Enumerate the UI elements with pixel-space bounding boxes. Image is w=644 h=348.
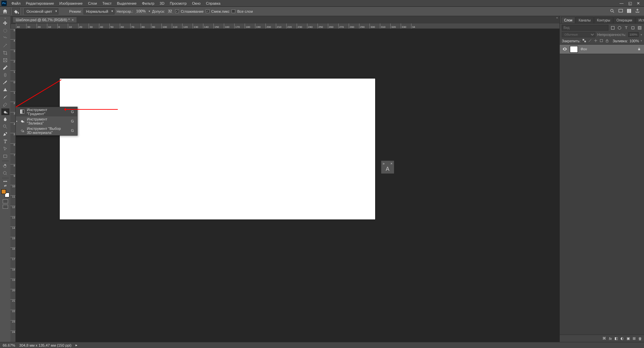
layer-blend-mode-dropdown[interactable]: Обычные [562,32,595,37]
fill-source-dropdown[interactable]: Основной цвет [24,8,58,14]
status-flyout-icon[interactable]: ▸ [76,343,78,347]
layer-row[interactable]: Фон [560,45,644,54]
new-layer-icon[interactable]: ⊞ [633,336,636,341]
brush-tool[interactable] [1,79,9,86]
layer-lock-icon[interactable] [637,47,641,51]
path-select-tool[interactable] [1,145,9,152]
menu-filter[interactable]: Фильтр [139,0,157,7]
lock-transparency-icon[interactable] [582,39,586,43]
close-tab-icon[interactable]: × [72,18,74,22]
active-tool-icon[interactable] [12,8,20,15]
new-group-icon[interactable]: ▣ [627,336,630,341]
document-tab[interactable]: Шаблон.psd @ 66,7% (RGB/8) * × [13,17,77,22]
adjustment-layer-icon[interactable]: ◐ [621,336,624,341]
share-icon[interactable] [635,8,640,14]
paint-bucket-tool[interactable] [1,108,9,115]
color-swatches[interactable] [1,189,9,197]
crop-tool[interactable] [1,49,9,56]
layer-visibility-icon[interactable] [562,47,567,52]
flyout-item-bucket[interactable]: • Инструмент "Заливка" G [16,116,77,126]
tab-history[interactable]: История [636,17,644,23]
frame-tool[interactable] [1,57,9,63]
horizontal-ruler[interactable]: 4030201001020304050607080901001101201301… [16,23,559,29]
menu-layer[interactable]: Слои [85,0,100,7]
menu-image[interactable]: Изображение [57,0,85,7]
type-tool[interactable] [1,138,9,145]
eraser-tool[interactable] [1,101,9,108]
blur-tool[interactable] [1,116,9,122]
vertical-ruler[interactable]: 5432101234567891011121314151617181920212… [10,29,16,342]
lock-artboard-icon[interactable] [599,39,603,43]
healing-tool[interactable] [1,71,9,78]
lock-pixels-icon[interactable] [588,39,592,43]
character-panel-collapsed[interactable]: » × A [381,160,394,174]
screen-mode-button[interactable] [3,205,8,209]
menu-edit[interactable]: Редактирование [23,0,57,7]
hand-tool[interactable] [1,162,9,169]
menu-window[interactable]: Окно [189,0,203,7]
home-button[interactable] [2,8,8,14]
move-tool[interactable] [1,20,9,27]
doc-dimensions[interactable]: 304,8 мм x 135,47 мм (150 ppi) [19,343,71,347]
layer-style-icon[interactable]: fx [609,337,612,341]
panel-close-icon[interactable]: × [390,161,392,165]
window-minimize-icon[interactable]: — [620,1,624,6]
menu-type[interactable]: Текст [100,0,114,7]
zoom-level[interactable]: 66.67% [3,343,15,347]
magic-wand-tool[interactable] [1,42,9,49]
tab-actions[interactable]: Операции [613,17,635,23]
lock-position-icon[interactable] [594,39,598,43]
lasso-tool[interactable] [1,35,9,41]
tab-layers[interactable]: Слои [561,17,575,23]
clone-stamp-tool[interactable] [1,86,9,93]
layer-fill-input[interactable]: 100% [630,39,639,43]
tab-paths[interactable]: Контуры [594,17,613,23]
pen-tool[interactable] [1,131,9,137]
layer-mask-icon[interactable]: ◧ [614,336,618,341]
filter-adjust-icon[interactable] [617,26,622,30]
tolerance-input[interactable]: 32 [167,9,173,13]
edit-toolbar-icon[interactable]: ••• [1,180,9,183]
filter-type-icon[interactable] [624,26,629,30]
marquee-tool[interactable] [1,27,9,34]
lock-all-icon[interactable] [605,39,609,43]
dodge-tool[interactable] [1,123,9,130]
ruler-origin[interactable] [10,23,16,29]
flyout-item-gradient[interactable]: Инструмент "Градиент" G [16,107,77,116]
right-collapse-icon[interactable]: « [555,16,559,21]
menu-select[interactable]: Выделение [114,0,139,7]
antialias-checkbox[interactable] [175,9,179,13]
link-layers-icon[interactable]: ⌘ [602,336,606,341]
menu-file[interactable]: Файл [9,0,23,7]
quick-mask-button[interactable] [3,199,8,203]
swap-colors-icon[interactable]: ⇄ [1,184,9,188]
filter-pixel-icon[interactable] [610,26,615,30]
eyedropper-tool[interactable] [1,64,9,71]
layer-thumbnail[interactable] [570,46,578,53]
all-layers-checkbox[interactable] [232,9,235,13]
tab-channels[interactable]: Каналы [576,17,594,23]
window-close-icon[interactable]: ✕ [637,1,640,6]
filter-smart-icon[interactable] [637,26,642,30]
menu-view[interactable]: Просмотр [167,0,189,7]
layer-opacity-input[interactable]: 100% [628,32,639,37]
filter-shape-icon[interactable] [631,26,635,30]
window-restore-icon[interactable]: ◱ [628,1,632,6]
layers-filter-input[interactable] [562,25,608,31]
canvas-viewport[interactable]: Инструмент "Градиент" G • Инструмент "За… [16,29,559,342]
menu-help[interactable]: Справка [203,0,223,7]
opacity-input[interactable]: 100% [135,9,147,13]
layer-name[interactable]: Фон [581,47,635,51]
blend-mode-dropdown[interactable]: Нормальный [84,8,114,14]
panel-collapse-icon[interactable]: » [383,161,385,165]
menu-3d[interactable]: 3D [157,0,167,7]
contiguous-checkbox[interactable] [206,9,209,13]
arrange-icon[interactable] [627,8,632,14]
zoom-tool[interactable] [1,170,9,177]
panel-collapse-icon[interactable]: » [0,17,10,19]
history-brush-tool[interactable] [1,94,9,100]
screen-mode-icon[interactable] [618,8,623,14]
shape-tool[interactable] [1,153,9,159]
delete-layer-icon[interactable]: 🗑 [638,337,642,341]
search-icon[interactable] [610,8,615,14]
